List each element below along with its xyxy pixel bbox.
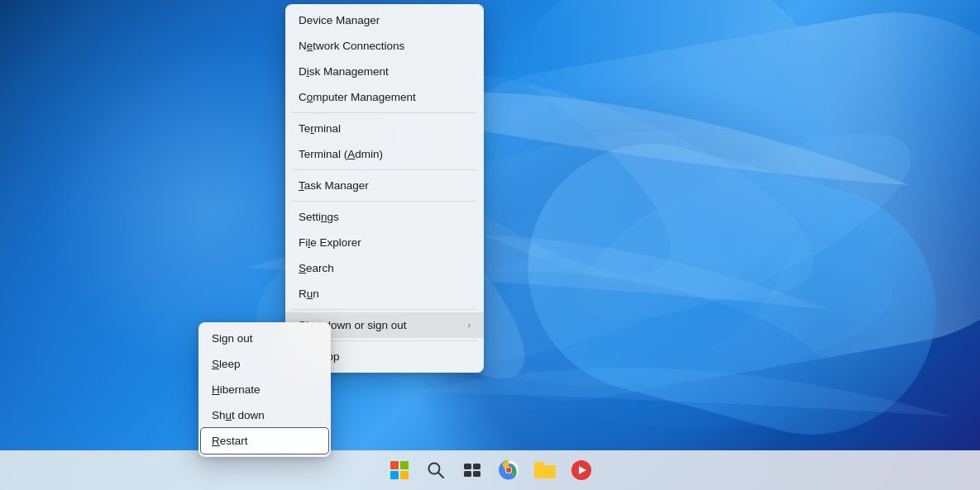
- menu-item-terminal-admin[interactable]: Terminal (Admin): [285, 141, 484, 167]
- menu-separator-3: [292, 201, 477, 202]
- taskbar-media-button[interactable]: [566, 454, 597, 486]
- wallpaper: [0, 0, 980, 490]
- taskbar-search-button[interactable]: [420, 454, 452, 486]
- wallpaper-svg: [0, 0, 980, 490]
- svg-point-15: [505, 468, 510, 473]
- submenu-shut-down: Sign out Sleep Hibernate Shut down Resta…: [198, 322, 331, 457]
- svg-rect-9: [464, 464, 471, 469]
- menu-item-search[interactable]: Search: [285, 255, 484, 281]
- taskbar-start-button[interactable]: [384, 454, 415, 486]
- submenu-item-hibernate[interactable]: Hibernate: [198, 377, 331, 402]
- menu-separator-2: [292, 169, 477, 170]
- taskbar-file-explorer-button[interactable]: [529, 454, 561, 486]
- task-view-icon: [463, 461, 481, 479]
- search-icon: [427, 461, 445, 479]
- menu-separator-1: [292, 112, 477, 113]
- svg-rect-10: [473, 464, 480, 469]
- menu-item-task-manager[interactable]: Task Manager: [285, 173, 484, 198]
- menu-item-network-connections[interactable]: Network Connections: [285, 33, 484, 59]
- taskbar-task-view-button[interactable]: [457, 454, 488, 486]
- submenu-item-shut-down[interactable]: Shut down: [198, 402, 331, 428]
- menu-item-settings[interactable]: Settings: [285, 204, 484, 230]
- chrome-icon: [498, 459, 519, 481]
- windows-logo-icon: [390, 461, 409, 479]
- submenu-item-restart[interactable]: Restart: [201, 428, 328, 454]
- submenu-item-sign-out[interactable]: Sign out: [198, 326, 331, 351]
- menu-item-run[interactable]: Run: [285, 281, 484, 307]
- context-menu: Device Manager Network Connections Disk …: [285, 4, 484, 373]
- menu-item-terminal[interactable]: Terminal: [285, 116, 484, 141]
- svg-rect-12: [473, 471, 480, 477]
- submenu-arrow: ›: [468, 321, 471, 330]
- folder-icon: [534, 462, 556, 478]
- submenu-item-sleep[interactable]: Sleep: [198, 351, 331, 377]
- menu-item-computer-management[interactable]: Computer Management: [285, 84, 484, 110]
- menu-item-device-manager[interactable]: Device Manager: [285, 7, 484, 33]
- svg-rect-11: [464, 471, 471, 477]
- taskbar-chrome-button[interactable]: [493, 454, 524, 486]
- menu-item-file-explorer[interactable]: File Explorer: [285, 230, 484, 255]
- menu-separator-4: [292, 309, 477, 310]
- svg-line-8: [438, 473, 443, 478]
- media-icon: [571, 459, 592, 481]
- taskbar: [0, 450, 980, 490]
- menu-item-disk-management[interactable]: Disk Management: [285, 59, 484, 84]
